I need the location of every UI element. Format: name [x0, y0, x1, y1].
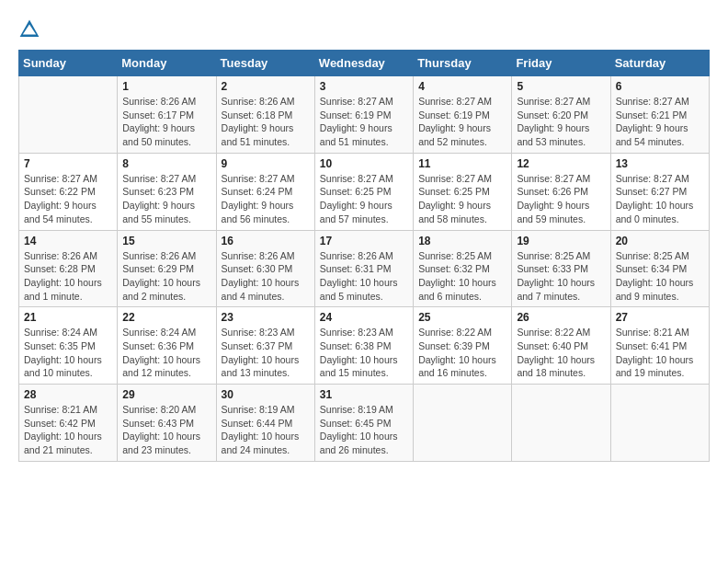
- calendar-cell: 10Sunrise: 8:27 AM Sunset: 6:25 PM Dayli…: [314, 153, 413, 230]
- page-header: [18, 18, 710, 40]
- calendar-cell: 23Sunrise: 8:23 AM Sunset: 6:37 PM Dayli…: [216, 307, 314, 385]
- day-number: 5: [517, 80, 605, 93]
- day-info: Sunrise: 8:23 AM Sunset: 6:37 PM Dayligh…: [222, 326, 310, 380]
- calendar-cell: 28Sunrise: 8:21 AM Sunset: 6:42 PM Dayli…: [19, 385, 118, 462]
- day-number: 20: [616, 235, 704, 247]
- calendar-cell: 11Sunrise: 8:27 AM Sunset: 6:25 PM Dayli…: [414, 153, 512, 230]
- calendar-cell: 1Sunrise: 8:26 AM Sunset: 6:17 PM Daylig…: [118, 76, 216, 154]
- day-info: Sunrise: 8:26 AM Sunset: 6:29 PM Dayligh…: [122, 249, 210, 304]
- calendar-cell: 16Sunrise: 8:26 AM Sunset: 6:30 PM Dayli…: [216, 230, 314, 307]
- day-number: 12: [517, 157, 605, 170]
- calendar-cell: 31Sunrise: 8:19 AM Sunset: 6:45 PM Dayli…: [314, 385, 413, 462]
- day-info: Sunrise: 8:26 AM Sunset: 6:17 PM Dayligh…: [122, 95, 210, 149]
- calendar-week-row: 21Sunrise: 8:24 AM Sunset: 6:35 PM Dayli…: [19, 307, 710, 385]
- calendar-cell: [414, 385, 512, 462]
- calendar-cell: 22Sunrise: 8:24 AM Sunset: 6:36 PM Dayli…: [118, 307, 216, 385]
- weekday-header-monday: Monday: [118, 51, 216, 76]
- day-info: Sunrise: 8:27 AM Sunset: 6:25 PM Dayligh…: [320, 172, 408, 226]
- calendar-cell: 14Sunrise: 8:26 AM Sunset: 6:28 PM Dayli…: [19, 230, 118, 307]
- calendar-cell: [512, 385, 610, 462]
- weekday-header-wednesday: Wednesday: [314, 51, 413, 76]
- calendar-cell: 15Sunrise: 8:26 AM Sunset: 6:29 PM Dayli…: [118, 230, 216, 307]
- day-number: 2: [222, 80, 310, 93]
- day-number: 11: [418, 157, 506, 170]
- calendar-cell: 18Sunrise: 8:25 AM Sunset: 6:32 PM Dayli…: [414, 230, 512, 307]
- day-number: 1: [122, 80, 210, 93]
- day-info: Sunrise: 8:21 AM Sunset: 6:42 PM Dayligh…: [24, 403, 112, 457]
- calendar-cell: 4Sunrise: 8:27 AM Sunset: 6:19 PM Daylig…: [414, 76, 512, 154]
- calendar-cell: 20Sunrise: 8:25 AM Sunset: 6:34 PM Dayli…: [610, 230, 709, 307]
- calendar-cell: 13Sunrise: 8:27 AM Sunset: 6:27 PM Dayli…: [610, 153, 709, 230]
- day-info: Sunrise: 8:19 AM Sunset: 6:44 PM Dayligh…: [222, 403, 310, 457]
- day-info: Sunrise: 8:27 AM Sunset: 6:25 PM Dayligh…: [418, 172, 506, 226]
- day-info: Sunrise: 8:26 AM Sunset: 6:30 PM Dayligh…: [222, 249, 310, 304]
- calendar-cell: 2Sunrise: 8:26 AM Sunset: 6:18 PM Daylig…: [216, 76, 314, 154]
- logo: [18, 18, 44, 40]
- day-info: Sunrise: 8:27 AM Sunset: 6:24 PM Dayligh…: [222, 172, 310, 226]
- day-info: Sunrise: 8:23 AM Sunset: 6:38 PM Dayligh…: [320, 326, 408, 380]
- day-info: Sunrise: 8:27 AM Sunset: 6:19 PM Dayligh…: [320, 95, 408, 149]
- weekday-header-thursday: Thursday: [414, 51, 512, 76]
- day-info: Sunrise: 8:27 AM Sunset: 6:19 PM Dayligh…: [418, 95, 506, 149]
- calendar-week-row: 1Sunrise: 8:26 AM Sunset: 6:17 PM Daylig…: [19, 76, 710, 154]
- weekday-header-saturday: Saturday: [610, 51, 709, 76]
- day-info: Sunrise: 8:27 AM Sunset: 6:20 PM Dayligh…: [517, 95, 605, 149]
- weekday-header-sunday: Sunday: [19, 51, 118, 76]
- day-number: 7: [24, 157, 112, 170]
- day-info: Sunrise: 8:26 AM Sunset: 6:28 PM Dayligh…: [24, 249, 112, 304]
- day-number: 21: [24, 311, 112, 324]
- day-number: 13: [616, 157, 704, 170]
- calendar-cell: 25Sunrise: 8:22 AM Sunset: 6:39 PM Dayli…: [414, 307, 512, 385]
- day-info: Sunrise: 8:24 AM Sunset: 6:36 PM Dayligh…: [122, 326, 210, 380]
- day-info: Sunrise: 8:24 AM Sunset: 6:35 PM Dayligh…: [24, 326, 112, 380]
- calendar-cell: 19Sunrise: 8:25 AM Sunset: 6:33 PM Dayli…: [512, 230, 610, 307]
- calendar-cell: 30Sunrise: 8:19 AM Sunset: 6:44 PM Dayli…: [216, 385, 314, 462]
- calendar-cell: 5Sunrise: 8:27 AM Sunset: 6:20 PM Daylig…: [512, 76, 610, 154]
- day-number: 6: [616, 80, 704, 93]
- day-number: 8: [122, 157, 210, 170]
- day-number: 24: [320, 311, 408, 324]
- day-info: Sunrise: 8:27 AM Sunset: 6:22 PM Dayligh…: [24, 172, 112, 226]
- day-number: 27: [616, 311, 704, 324]
- day-number: 9: [222, 157, 310, 170]
- weekday-header-tuesday: Tuesday: [216, 51, 314, 76]
- day-info: Sunrise: 8:25 AM Sunset: 6:32 PM Dayligh…: [418, 249, 506, 304]
- calendar-cell: 12Sunrise: 8:27 AM Sunset: 6:26 PM Dayli…: [512, 153, 610, 230]
- day-number: 31: [320, 388, 408, 401]
- calendar-table: SundayMondayTuesdayWednesdayThursdayFrid…: [18, 50, 710, 462]
- day-info: Sunrise: 8:27 AM Sunset: 6:26 PM Dayligh…: [517, 172, 605, 226]
- calendar-cell: [19, 76, 118, 154]
- logo-icon: [18, 18, 40, 40]
- day-number: 23: [222, 311, 310, 324]
- calendar-cell: 26Sunrise: 8:22 AM Sunset: 6:40 PM Dayli…: [512, 307, 610, 385]
- calendar-week-row: 28Sunrise: 8:21 AM Sunset: 6:42 PM Dayli…: [19, 385, 710, 462]
- day-number: 22: [122, 311, 210, 324]
- day-number: 28: [24, 388, 112, 401]
- day-number: 3: [320, 80, 408, 93]
- day-number: 30: [222, 388, 310, 401]
- calendar-cell: 17Sunrise: 8:26 AM Sunset: 6:31 PM Dayli…: [314, 230, 413, 307]
- day-info: Sunrise: 8:19 AM Sunset: 6:45 PM Dayligh…: [320, 403, 408, 457]
- day-number: 15: [122, 235, 210, 247]
- day-number: 26: [517, 311, 605, 324]
- day-number: 25: [418, 311, 506, 324]
- day-number: 29: [122, 388, 210, 401]
- day-info: Sunrise: 8:25 AM Sunset: 6:34 PM Dayligh…: [616, 249, 704, 304]
- day-info: Sunrise: 8:27 AM Sunset: 6:21 PM Dayligh…: [616, 95, 704, 149]
- calendar-cell: 27Sunrise: 8:21 AM Sunset: 6:41 PM Dayli…: [610, 307, 709, 385]
- day-info: Sunrise: 8:27 AM Sunset: 6:27 PM Dayligh…: [616, 172, 704, 226]
- calendar-cell: 3Sunrise: 8:27 AM Sunset: 6:19 PM Daylig…: [314, 76, 413, 154]
- day-info: Sunrise: 8:27 AM Sunset: 6:23 PM Dayligh…: [122, 172, 210, 226]
- calendar-cell: 29Sunrise: 8:20 AM Sunset: 6:43 PM Dayli…: [118, 385, 216, 462]
- calendar-cell: 9Sunrise: 8:27 AM Sunset: 6:24 PM Daylig…: [216, 153, 314, 230]
- calendar-week-row: 14Sunrise: 8:26 AM Sunset: 6:28 PM Dayli…: [19, 230, 710, 307]
- calendar-cell: 6Sunrise: 8:27 AM Sunset: 6:21 PM Daylig…: [610, 76, 709, 154]
- day-info: Sunrise: 8:26 AM Sunset: 6:31 PM Dayligh…: [320, 249, 408, 304]
- day-number: 10: [320, 157, 408, 170]
- day-info: Sunrise: 8:22 AM Sunset: 6:39 PM Dayligh…: [418, 326, 506, 380]
- calendar-cell: 7Sunrise: 8:27 AM Sunset: 6:22 PM Daylig…: [19, 153, 118, 230]
- day-number: 16: [222, 235, 310, 247]
- day-number: 18: [418, 235, 506, 247]
- day-number: 17: [320, 235, 408, 247]
- day-info: Sunrise: 8:20 AM Sunset: 6:43 PM Dayligh…: [122, 403, 210, 457]
